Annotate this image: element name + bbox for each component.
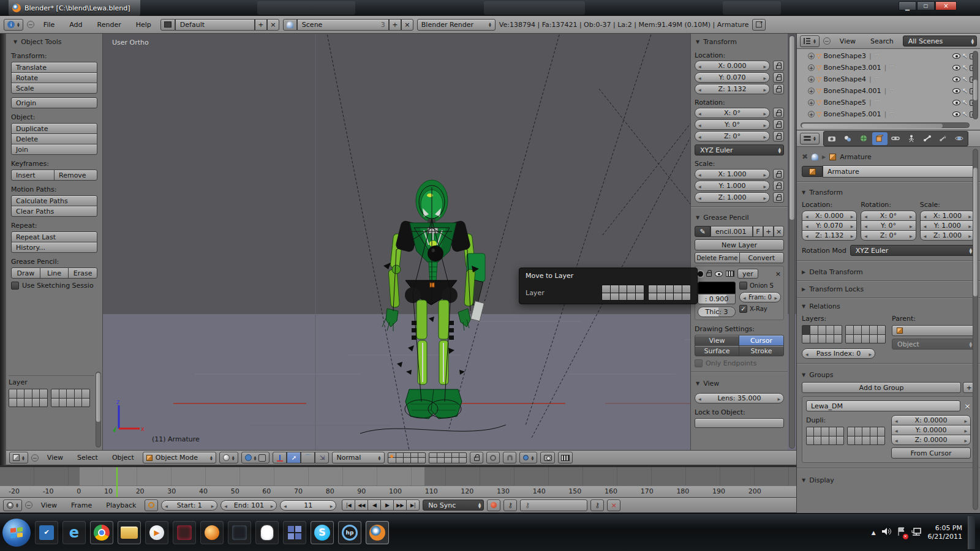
group-name-field[interactable]: Lewa_DM xyxy=(806,400,960,411)
outliner-item-name[interactable]: BoneShape5.001 xyxy=(823,110,881,118)
popup-layer-grid-1[interactable] xyxy=(601,285,644,301)
popup-layer-grid-2[interactable] xyxy=(648,285,691,301)
layer-cell[interactable] xyxy=(24,389,32,398)
pivot-point-select[interactable]: ▲▼ xyxy=(241,452,270,463)
expand-icon[interactable] xyxy=(808,99,815,106)
menu-playback[interactable]: Playback xyxy=(100,501,141,509)
background-window-tab[interactable] xyxy=(484,1,585,15)
collapse-menus-icon[interactable]: − xyxy=(25,501,32,509)
layer-cell[interactable] xyxy=(429,458,436,463)
group-offset-x[interactable]: X: 0.0000 xyxy=(891,415,971,425)
screen-layout-icon[interactable] xyxy=(160,19,175,31)
layer-cell[interactable] xyxy=(452,453,459,458)
layer-cell[interactable] xyxy=(870,326,877,334)
render-engine-select[interactable]: Blender Render ▲▼ xyxy=(417,19,496,31)
grease-pencil-panel-header[interactable]: Grease Pencil xyxy=(695,211,784,225)
onion-skinning-checkbox[interactable] xyxy=(739,282,747,290)
outliner-item-name[interactable]: BoneShape4.001 xyxy=(823,87,881,95)
taskbar-app-3[interactable] xyxy=(90,521,113,544)
menu-file[interactable]: File xyxy=(38,21,60,29)
layer-cell[interactable] xyxy=(611,285,619,293)
viewport-3d[interactable]: User Ortho (11) Armature z x Transform L… xyxy=(103,34,796,450)
gp-color-swatch[interactable] xyxy=(698,282,736,294)
layer-cell[interactable] xyxy=(870,437,877,445)
prev-keyframe-button[interactable]: ◀◀ xyxy=(355,500,368,511)
selectability-cursor-icon[interactable] xyxy=(962,52,968,60)
menu-view[interactable]: View xyxy=(834,37,861,45)
jump-to-start-button[interactable]: |◀ xyxy=(342,500,355,511)
outliner-row[interactable]: BoneShape4| xyxy=(805,73,980,85)
editor-type-selector[interactable]: ▲▼ xyxy=(3,500,22,511)
minimize-button[interactable]: ▁ xyxy=(899,1,916,10)
collapse-menus-icon[interactable]: − xyxy=(31,454,39,462)
convert-button[interactable]: Convert xyxy=(739,252,785,263)
lock-icon[interactable] xyxy=(773,84,784,94)
selectability-cursor-icon[interactable] xyxy=(962,99,968,107)
collapse-menus-icon[interactable]: − xyxy=(823,37,831,45)
layer-cell[interactable] xyxy=(627,285,635,293)
prop-rot-z[interactable]: Z: 0° xyxy=(861,230,916,241)
view-panel-header[interactable]: View xyxy=(695,377,784,391)
visibility-eye-icon[interactable] xyxy=(952,77,960,82)
layer-cell[interactable] xyxy=(388,458,395,463)
menu-help[interactable]: Help xyxy=(130,21,157,29)
shelf-layer-grid-2[interactable] xyxy=(51,389,90,407)
layer-cell[interactable] xyxy=(674,293,682,301)
layer-cell[interactable] xyxy=(821,427,828,436)
rot-y-field[interactable]: Y: 0° xyxy=(695,119,770,130)
rotation-mode-select[interactable]: XYZ Euler▲▼ xyxy=(695,144,784,156)
tab-bone[interactable] xyxy=(920,132,935,145)
layer-cell[interactable] xyxy=(862,326,869,334)
editor-type-selector[interactable]: ▲▼ xyxy=(800,36,820,47)
layer-cell[interactable] xyxy=(846,335,853,343)
group-offset-z[interactable]: Z: 0.0000 xyxy=(891,435,971,445)
pivot-align-icon[interactable] xyxy=(258,454,266,462)
lock-icon[interactable] xyxy=(773,169,784,179)
shelf-layer-grid-1[interactable] xyxy=(9,389,48,407)
layer-cell[interactable] xyxy=(437,458,444,463)
layer-cell[interactable] xyxy=(810,335,818,343)
calculate-paths-button[interactable]: Calculate Paths xyxy=(11,195,97,206)
gp-film-icon[interactable] xyxy=(726,271,734,277)
dupli-layer-grid-1[interactable] xyxy=(806,427,844,445)
tab-bone-constraints[interactable] xyxy=(936,132,951,145)
tab-render[interactable] xyxy=(824,132,840,145)
layer-cell[interactable] xyxy=(649,293,657,301)
layer-cell[interactable] xyxy=(666,285,674,293)
layer-cell[interactable] xyxy=(445,453,451,458)
pin-icon[interactable]: ✚ xyxy=(800,151,810,162)
scale-y-field[interactable]: Y: 1.000 xyxy=(695,181,770,191)
layer-cell[interactable] xyxy=(870,335,877,343)
manipulator-translate-icon[interactable]: ➚ xyxy=(287,452,301,463)
proportional-edit-icon[interactable] xyxy=(486,452,500,463)
layer-cell[interactable] xyxy=(834,326,842,334)
tray-expand-icon[interactable]: ▲ xyxy=(872,530,876,536)
gp-opacity-slider[interactable]: : 0.900 xyxy=(698,294,736,304)
tab-object[interactable] xyxy=(872,132,888,145)
active-window-tab[interactable]: Blender* [C:\blend\Lewa.blend] xyxy=(9,0,140,16)
taskbar-app-9[interactable] xyxy=(255,521,279,544)
relations-layer-grid-1[interactable] xyxy=(802,325,842,343)
origin-button[interactable]: Origin xyxy=(11,97,97,108)
frame-start-field[interactable]: Start: 1 xyxy=(161,500,217,511)
layer-cell[interactable] xyxy=(40,399,47,407)
gp-unlink-button[interactable]: × xyxy=(774,226,784,237)
layer-cell[interactable] xyxy=(67,389,74,398)
breadcrumb-object[interactable]: Armature xyxy=(840,153,872,161)
layer-cell[interactable] xyxy=(404,458,410,463)
taskbar-app-1[interactable]: ✔ xyxy=(35,521,58,544)
layer-cell[interactable] xyxy=(418,458,425,463)
layer-cell[interactable] xyxy=(404,453,410,458)
viewport-shading-select[interactable]: ▲▼ xyxy=(219,452,238,463)
visibility-eye-icon[interactable] xyxy=(952,88,960,94)
play-reverse-button[interactable]: ◀ xyxy=(368,500,381,511)
layer-cell[interactable] xyxy=(32,389,40,398)
gp-fake-user-button[interactable]: F xyxy=(753,226,763,237)
prop-scale-x[interactable]: X: 1.000 xyxy=(920,211,975,221)
layer-cell[interactable] xyxy=(59,389,67,398)
action-center-flag-icon[interactable]: × xyxy=(897,527,906,538)
screen-layout-close-button[interactable]: × xyxy=(267,19,279,31)
editor-type-selector[interactable]: ▲▼ xyxy=(9,452,28,463)
rotate-button[interactable]: Rotate xyxy=(11,72,97,83)
lock-icon[interactable] xyxy=(773,72,784,83)
